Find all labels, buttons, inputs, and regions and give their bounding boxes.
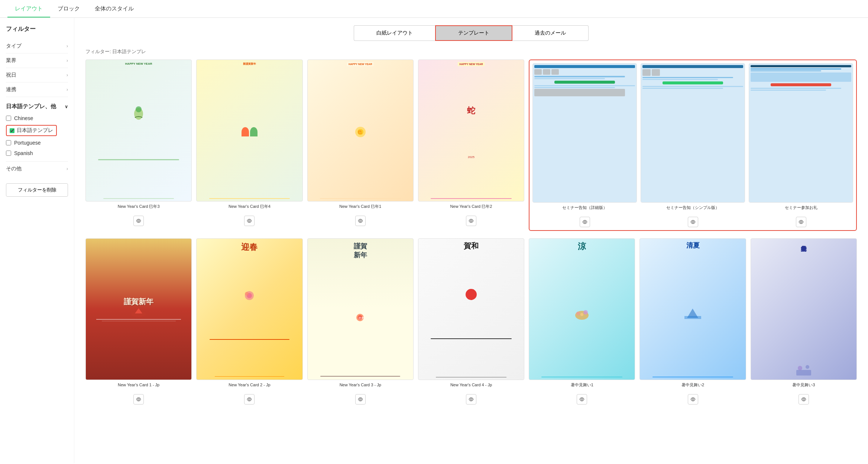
- nav-item-style[interactable]: 全体のスタイル: [87, 0, 141, 17]
- filter-type[interactable]: タイプ ›: [6, 39, 68, 54]
- svg-point-28: [581, 399, 583, 400]
- template-thumbnail[interactable]: HAPPY NEW YEAR 蛇 2025: [418, 59, 524, 202]
- preview-button-container: [418, 216, 524, 226]
- template-thumbnail[interactable]: 新謹賀新年: [196, 59, 302, 202]
- template-name: セミナー告知（シンプル版）: [641, 205, 745, 215]
- preview-icon-button[interactable]: [466, 216, 476, 226]
- template-thumbnail[interactable]: HAPPY NEW YEAR: [85, 59, 192, 202]
- template-thumbnail[interactable]: 清夏: [639, 238, 746, 380]
- nav-item-layout[interactable]: レイアウト: [7, 0, 50, 17]
- svg-point-26: [580, 313, 583, 316]
- template-thumbnail[interactable]: 賀和: [418, 238, 524, 380]
- checkbox-chinese[interactable]: [6, 116, 11, 121]
- caret-down-icon: ∨: [65, 104, 68, 109]
- svg-point-22: [359, 399, 361, 400]
- preview-icon-button[interactable]: [133, 394, 144, 405]
- preview-button-container: [532, 217, 637, 227]
- chevron-right-icon: ›: [67, 166, 68, 171]
- template-card: 迎春 New Year's Card 2 - Jp: [196, 238, 302, 405]
- active-filter-label: フィルター: 日本語テンプレ: [85, 48, 857, 55]
- top-navigation: レイアウト ブロック 全体のスタイル: [0, 0, 868, 18]
- preview-icon-button[interactable]: [688, 217, 698, 227]
- svg-point-2: [138, 220, 140, 222]
- preview-button-container: [641, 217, 745, 227]
- filter-checkbox-chinese[interactable]: Chinese: [6, 113, 68, 123]
- template-card: セミナー告知（シンプル版）: [641, 63, 745, 227]
- main-content: フィルター タイプ › 業界 › 祝日 › 連携 › 日本語テンプレ、他 ∨: [0, 18, 868, 463]
- filter-title: フィルター: [6, 25, 68, 33]
- template-thumbnail[interactable]: 謹賀新年: [85, 238, 192, 380]
- preview-icon-button[interactable]: [796, 217, 806, 227]
- filter-integration[interactable]: 連携 ›: [6, 83, 68, 97]
- template-thumbnail[interactable]: [532, 63, 637, 203]
- past-email-button[interactable]: 過去のメール: [512, 25, 589, 41]
- sidebar: フィルター タイプ › 業界 › 祝日 › 連携 › 日本語テンプレ、他 ∨: [0, 18, 74, 463]
- filter-other[interactable]: その他 ›: [6, 161, 68, 176]
- svg-marker-13: [135, 308, 142, 313]
- nav-item-block[interactable]: ブロック: [50, 0, 87, 17]
- preview-icon-button[interactable]: [466, 394, 476, 405]
- checkbox-portuguese[interactable]: [6, 140, 11, 145]
- template-name: New Year's Card 巳年4: [196, 204, 302, 214]
- preview-icon-button[interactable]: [244, 394, 255, 405]
- preview-icon-button[interactable]: [688, 394, 698, 405]
- template-card: HAPPY NEW YEAR 蛇 2025 New Year's Card 巳年…: [418, 59, 524, 231]
- svg-text:達磨: 達磨: [358, 316, 364, 320]
- preview-button-container: [639, 394, 746, 405]
- preview-icon-button[interactable]: [244, 216, 255, 226]
- blank-layout-button[interactable]: 白紙レイアウト: [354, 25, 435, 41]
- preview-icon-button[interactable]: [577, 394, 587, 405]
- preview-icon-button[interactable]: [133, 216, 144, 226]
- svg-point-14: [138, 399, 140, 400]
- clear-filter-button[interactable]: フィルターを削除: [6, 183, 68, 197]
- preview-button-container: [85, 394, 192, 405]
- template-card: 賀和 New Year's Card 4 - Jp: [418, 238, 524, 405]
- template-thumbnail[interactable]: 暑中見舞: [751, 238, 857, 380]
- chevron-right-icon: ›: [67, 72, 68, 78]
- preview-button-container: [196, 394, 302, 405]
- filter-group-japanese[interactable]: 日本語テンプレ、他 ∨: [6, 103, 68, 110]
- template-row-2: 謹賀新年 New Year's Card 1 - Jp: [85, 238, 857, 405]
- preview-button-container: [749, 217, 853, 227]
- svg-point-8: [470, 220, 472, 222]
- template-name: New Year's Card 3 - Jp: [307, 382, 414, 393]
- template-thumbnail[interactable]: 謹賀新年 達磨: [307, 238, 414, 380]
- template-name: 暑中見舞い2: [639, 382, 746, 393]
- filter-checkbox-spanish[interactable]: Spanish: [6, 148, 68, 158]
- template-thumbnail[interactable]: 涼: [529, 238, 635, 380]
- preview-icon-button[interactable]: [580, 217, 590, 227]
- filter-checkbox-portuguese[interactable]: Portuguese: [6, 138, 68, 148]
- preview-button-container: [196, 216, 302, 226]
- template-thumbnail[interactable]: HAPPY NEW YEAR 巳: [307, 59, 414, 202]
- svg-point-25: [576, 312, 580, 315]
- template-card: 新謹賀新年 New Year's Card 巳年4: [196, 59, 302, 231]
- filter-holiday[interactable]: 祝日 ›: [6, 68, 68, 83]
- preview-button-container: [751, 394, 857, 405]
- template-name: 暑中見舞い3: [751, 382, 857, 393]
- preview-icon-button[interactable]: [355, 394, 366, 405]
- filter-industry[interactable]: 業界 ›: [6, 54, 68, 68]
- chevron-right-icon: ›: [67, 87, 68, 92]
- preview-icon-button[interactable]: [799, 394, 809, 405]
- svg-point-17: [245, 292, 249, 296]
- template-card: 清夏 暑中見舞い2: [639, 238, 746, 405]
- template-thumbnail[interactable]: 迎春: [196, 238, 302, 380]
- preview-button-container: [85, 216, 192, 226]
- svg-point-23: [470, 399, 472, 400]
- filter-checkbox-japanese[interactable]: 日本語テンプレ: [6, 125, 57, 136]
- template-thumbnail[interactable]: [641, 63, 745, 203]
- checkbox-spanish[interactable]: [6, 151, 11, 156]
- template-thumbnail[interactable]: [749, 63, 853, 203]
- svg-point-18: [249, 399, 250, 400]
- svg-point-34: [806, 365, 809, 369]
- template-button[interactable]: テンプレート: [435, 25, 512, 41]
- template-name: セミナー参加お礼: [749, 205, 853, 215]
- highlighted-seminar-group: セミナー告知（詳細版）: [529, 59, 857, 231]
- template-card: HAPPY NEW YEAR 巳 New Year's Card 巳年1: [307, 59, 414, 231]
- template-name: New Year's Card 巳年3: [85, 204, 192, 214]
- svg-point-7: [359, 220, 361, 222]
- checkbox-japanese[interactable]: [10, 128, 14, 133]
- svg-point-1: [136, 106, 142, 112]
- template-name: New Year's Card 4 - Jp: [418, 382, 524, 393]
- preview-icon-button[interactable]: [355, 216, 366, 226]
